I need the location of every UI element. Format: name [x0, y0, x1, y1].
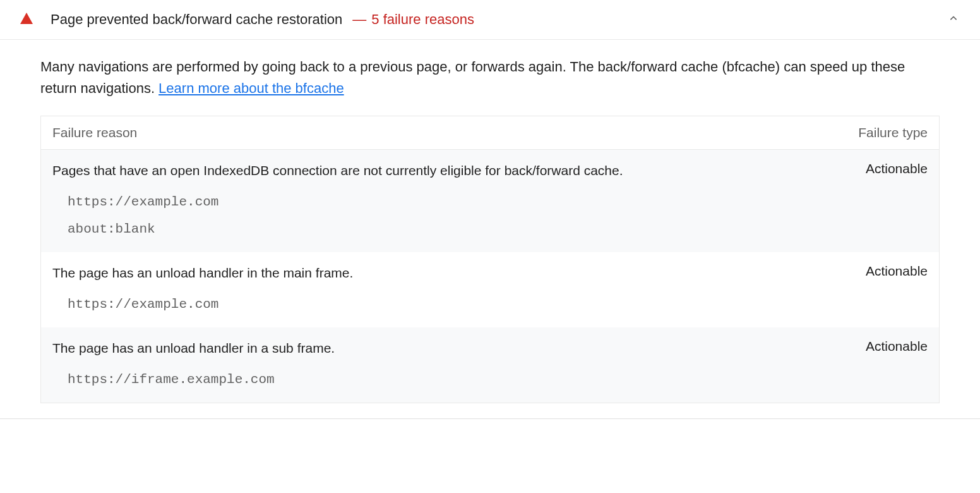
failure-type-text: Actionable: [827, 161, 928, 176]
column-header-type: Failure type: [827, 125, 928, 140]
url-item: https://example.com: [68, 193, 928, 211]
learn-more-link[interactable]: Learn more about the bfcache: [158, 80, 344, 96]
url-list: https://iframe.example.com: [52, 370, 928, 389]
url-item: about:blank: [68, 220, 928, 238]
url-list: https://example.com about:blank: [52, 193, 928, 239]
table-row: The page has an unload handler in the ma…: [41, 252, 939, 327]
failure-type-text: Actionable: [827, 264, 928, 279]
failure-table: Failure reason Failure type Pages that h…: [40, 116, 940, 403]
failure-reason-text: The page has an unload handler in the ma…: [52, 264, 827, 282]
failure-count: 5 failure reasons: [371, 11, 474, 28]
column-header-reason: Failure reason: [52, 125, 827, 140]
audit-description: Many navigations are performed by going …: [0, 40, 980, 116]
table-row: Pages that have an open IndexedDB connec…: [41, 150, 939, 252]
failure-reason-text: Pages that have an open IndexedDB connec…: [52, 161, 827, 180]
audit-title: Page prevented back/forward cache restor…: [51, 11, 342, 28]
url-item: https://iframe.example.com: [68, 370, 928, 389]
failure-type-text: Actionable: [827, 339, 928, 354]
audit-header[interactable]: Page prevented back/forward cache restor…: [0, 0, 980, 40]
url-item: https://example.com: [68, 295, 928, 313]
table-header-row: Failure reason Failure type: [41, 116, 939, 150]
chevron-up-icon[interactable]: [947, 12, 960, 27]
footer-divider: [0, 418, 980, 419]
warning-triangle-icon: [20, 13, 33, 27]
separator-dash: —: [352, 11, 366, 28]
url-list: https://example.com: [52, 295, 928, 313]
failure-reason-text: The page has an unload handler in a sub …: [52, 339, 827, 357]
table-row: The page has an unload handler in a sub …: [41, 327, 939, 403]
